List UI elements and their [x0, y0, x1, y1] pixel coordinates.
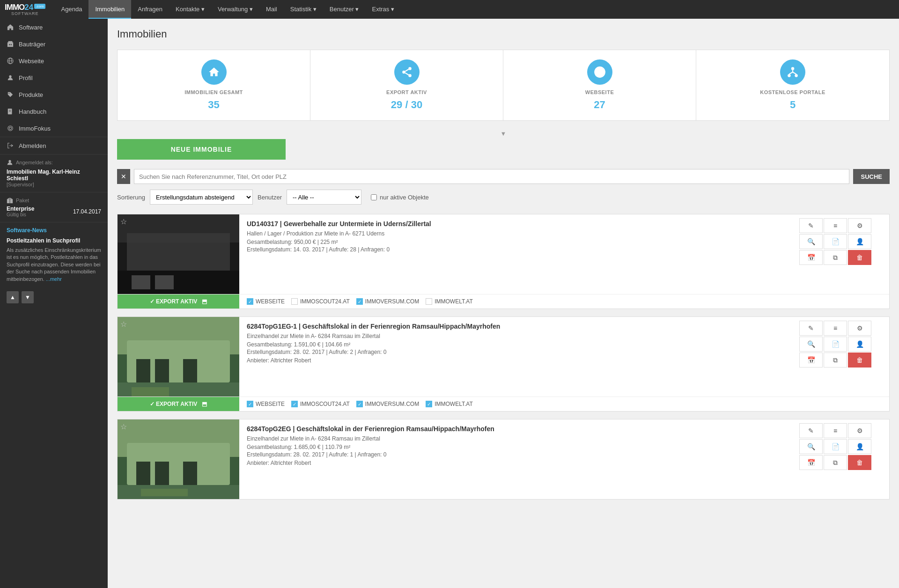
portal-immoscout-0[interactable]: IMMOSCOUT24.AT: [291, 298, 350, 305]
action-row-2-2: 🔍 📄 👤: [799, 439, 885, 454]
nav-agenda[interactable]: Agenda: [55, 0, 89, 19]
tag-icon: [7, 91, 14, 98]
property-star-1[interactable]: ☆: [120, 320, 127, 329]
svg-rect-1: [9, 44, 10, 45]
nav-anfragen[interactable]: Anfragen: [131, 0, 169, 19]
calendar-button-2[interactable]: 📅: [799, 455, 823, 470]
search-input[interactable]: [134, 169, 849, 184]
active-filter-checkbox[interactable]: nur aktive Objekte: [371, 194, 429, 201]
nav-statistik[interactable]: Statistik ▾: [284, 0, 323, 19]
svg-rect-51: [183, 462, 197, 485]
doc-button-1[interactable]: 📄: [824, 337, 847, 352]
search-button-0[interactable]: 🔍: [799, 234, 823, 249]
portal-immowelt-0[interactable]: IMMOWELT.AT: [426, 298, 473, 305]
enterprise-label: Enterprise: [7, 206, 34, 212]
gear-button-1[interactable]: ⚙: [848, 321, 871, 336]
nav-immobilien[interactable]: Immobilien: [88, 0, 131, 19]
portal-checks-1: ✓ WEBSEITE ✓ IMMOSCOUT24.AT ✓ IMMOVERSUM…: [239, 397, 889, 411]
svg-rect-34: [127, 233, 230, 271]
delete-button-0[interactable]: 🗑: [848, 250, 871, 265]
nav-kontakte[interactable]: Kontakte ▾: [169, 0, 211, 19]
property-gesamtbelastung-0: Gesamtbelastung: 950,00 € | 225 m²: [247, 239, 788, 245]
person-button-1[interactable]: 👤: [848, 337, 871, 352]
gear-button-2[interactable]: ⚙: [848, 423, 871, 438]
portal-immoversum-0[interactable]: ✓ IMMOVERSUM.COM: [356, 298, 419, 305]
sidebar-item-handbuch[interactable]: Handbuch: [0, 103, 108, 120]
edit-button-2[interactable]: ✎: [799, 423, 823, 438]
user-select[interactable]: -- Alle --: [287, 190, 361, 205]
focus-icon: [7, 125, 14, 132]
property-actions-0: ✎ ≡ ⚙ 🔍 📄 👤 📅 ⧉ 🗑: [796, 214, 889, 294]
portal-webseite-0[interactable]: ✓ WEBSEITE: [247, 298, 285, 305]
user-logged-in-icon: [7, 159, 13, 166]
action-row-1-3: 📅 ⧉ 🗑: [799, 353, 885, 368]
svg-point-7: [9, 75, 11, 78]
user-filter-label: Benutzer: [258, 194, 282, 201]
sort-select[interactable]: Erstellungsdatum absteigend: [150, 190, 253, 205]
search-clear-button[interactable]: ✕: [117, 169, 130, 184]
property-provider-1: Anbieter: Altrichter Robert: [247, 357, 788, 364]
svg-point-27: [788, 74, 791, 77]
nav-verwaltung[interactable]: Verwaltung ▾: [211, 0, 259, 19]
gueltig-bis-date: 17.04.2017: [73, 208, 101, 215]
edit-button-0[interactable]: ✎: [799, 218, 823, 233]
list-button-1[interactable]: ≡: [824, 321, 847, 336]
svg-rect-0: [7, 43, 13, 47]
search-button-1[interactable]: 🔍: [799, 337, 823, 352]
property-star-0[interactable]: ☆: [120, 217, 127, 226]
sidebar-item-produkte[interactable]: Produkte: [0, 86, 108, 103]
nav-mail[interactable]: Mail: [259, 0, 284, 19]
delete-button-1[interactable]: 🗑: [848, 353, 871, 368]
delete-button-2[interactable]: 🗑: [848, 455, 871, 470]
nav-extras[interactable]: Extras ▾: [366, 0, 401, 19]
search-button-2[interactable]: 🔍: [799, 439, 823, 454]
property-main-2: ☆ 6284TopG2EG | Gesc: [118, 419, 889, 499]
edit-button-1[interactable]: ✎: [799, 321, 823, 336]
gear-button-0[interactable]: ⚙: [848, 218, 871, 233]
logo-24: 24: [24, 3, 33, 12]
export-button-1[interactable]: ✓ EXPORT AKTIV ⬒: [118, 397, 239, 411]
copy-button-0[interactable]: ⧉: [824, 250, 847, 265]
property-erstellungsdatum-1: Erstellungsdatum: 28. 02. 2017 | Aufrufe…: [247, 349, 788, 355]
export-button-0[interactable]: ✓ EXPORT AKTIV ⬒: [118, 294, 239, 309]
search-button[interactable]: SUCHE: [853, 169, 890, 184]
stats-collapse-chevron[interactable]: ▼: [117, 128, 890, 139]
svg-point-12: [9, 127, 11, 129]
arrow-up-button[interactable]: ▲: [7, 291, 19, 303]
portal-immoscout-1[interactable]: ✓ IMMOSCOUT24.AT: [291, 401, 350, 407]
portal-immoversum-1[interactable]: ✓ IMMOVERSUM.COM: [356, 401, 419, 407]
sidebar-item-immofokus[interactable]: ImmoFokus: [0, 120, 108, 137]
portal-webseite-1[interactable]: ✓ WEBSEITE: [247, 401, 285, 407]
main-layout: Software Bauträger Webseite Profil: [0, 19, 899, 588]
sidebar-item-software[interactable]: Software: [0, 19, 108, 36]
news-more-link[interactable]: ...mehr: [46, 276, 62, 282]
nav-benutzer[interactable]: Benutzer ▾: [323, 0, 366, 19]
sidebar-produkte-label: Produkte: [19, 91, 43, 98]
active-checkbox-input[interactable]: [371, 194, 377, 200]
action-row-1-1: ✎ ≡ ⚙: [799, 321, 885, 336]
news-title[interactable]: Software-News: [7, 227, 101, 234]
doc-button-2[interactable]: 📄: [824, 439, 847, 454]
copy-button-1[interactable]: ⧉: [824, 353, 847, 368]
calendar-button-0[interactable]: 📅: [799, 250, 823, 265]
list-button-2[interactable]: ≡: [824, 423, 847, 438]
paket-icon: [7, 197, 13, 204]
sidebar-item-abmelden[interactable]: Abmelden: [0, 137, 108, 154]
property-gesamtbelastung-2: Gesamtbelastung: 1.685,00 € | 110.79 m²: [247, 444, 788, 450]
person-button-2[interactable]: 👤: [848, 439, 871, 454]
list-button-0[interactable]: ≡: [824, 218, 847, 233]
sidebar-bautraeger-label: Bauträger: [19, 41, 45, 48]
property-star-2[interactable]: ☆: [120, 422, 127, 431]
person-button-0[interactable]: 👤: [848, 234, 871, 249]
calendar-button-1[interactable]: 📅: [799, 353, 823, 368]
sidebar-item-profil[interactable]: Profil: [0, 69, 108, 86]
copy-button-2[interactable]: ⧉: [824, 455, 847, 470]
arrow-down-button[interactable]: ▼: [22, 291, 34, 303]
sidebar-item-webseite[interactable]: Webseite: [0, 52, 108, 69]
doc-button-0[interactable]: 📄: [824, 234, 847, 249]
action-row-0-3: 📅 ⧉ 🗑: [799, 250, 885, 265]
sidebar-immofokus-label: ImmoFokus: [19, 125, 51, 132]
new-property-button[interactable]: NEUE IMMOBILIE: [117, 139, 286, 160]
sidebar-item-bautraeger[interactable]: Bauträger: [0, 36, 108, 52]
portal-immowelt-1[interactable]: ✓ IMMOWELT.AT: [426, 401, 473, 407]
